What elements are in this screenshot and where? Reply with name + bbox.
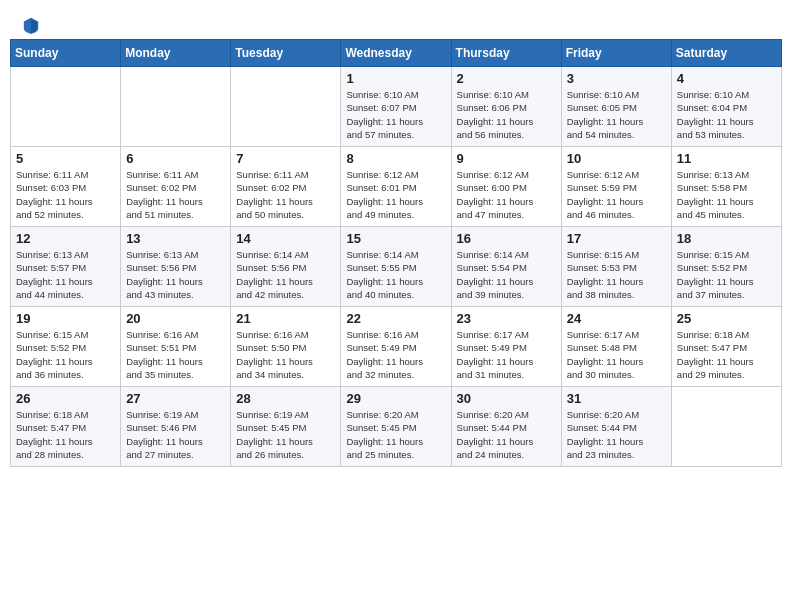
calendar-cell: 15Sunrise: 6:14 AM Sunset: 5:55 PM Dayli…	[341, 227, 451, 307]
day-info: Sunrise: 6:12 AM Sunset: 6:00 PM Dayligh…	[457, 168, 556, 221]
calendar-cell: 19Sunrise: 6:15 AM Sunset: 5:52 PM Dayli…	[11, 307, 121, 387]
day-info: Sunrise: 6:10 AM Sunset: 6:04 PM Dayligh…	[677, 88, 776, 141]
day-number: 31	[567, 391, 666, 406]
day-info: Sunrise: 6:15 AM Sunset: 5:52 PM Dayligh…	[677, 248, 776, 301]
calendar-cell: 17Sunrise: 6:15 AM Sunset: 5:53 PM Dayli…	[561, 227, 671, 307]
calendar-cell: 23Sunrise: 6:17 AM Sunset: 5:49 PM Dayli…	[451, 307, 561, 387]
day-info: Sunrise: 6:13 AM Sunset: 5:58 PM Dayligh…	[677, 168, 776, 221]
calendar-table: SundayMondayTuesdayWednesdayThursdayFrid…	[10, 39, 782, 467]
logo	[20, 18, 40, 34]
day-info: Sunrise: 6:19 AM Sunset: 5:46 PM Dayligh…	[126, 408, 225, 461]
day-number: 15	[346, 231, 445, 246]
calendar-cell	[11, 67, 121, 147]
day-number: 12	[16, 231, 115, 246]
dow-header-saturday: Saturday	[671, 40, 781, 67]
day-info: Sunrise: 6:17 AM Sunset: 5:49 PM Dayligh…	[457, 328, 556, 381]
day-number: 18	[677, 231, 776, 246]
calendar-cell: 22Sunrise: 6:16 AM Sunset: 5:49 PM Dayli…	[341, 307, 451, 387]
day-number: 24	[567, 311, 666, 326]
calendar-cell: 31Sunrise: 6:20 AM Sunset: 5:44 PM Dayli…	[561, 387, 671, 467]
calendar-cell: 18Sunrise: 6:15 AM Sunset: 5:52 PM Dayli…	[671, 227, 781, 307]
day-info: Sunrise: 6:20 AM Sunset: 5:45 PM Dayligh…	[346, 408, 445, 461]
calendar-cell: 12Sunrise: 6:13 AM Sunset: 5:57 PM Dayli…	[11, 227, 121, 307]
logo-icon	[22, 16, 40, 34]
calendar-cell: 27Sunrise: 6:19 AM Sunset: 5:46 PM Dayli…	[121, 387, 231, 467]
day-number: 16	[457, 231, 556, 246]
calendar-cell	[121, 67, 231, 147]
day-info: Sunrise: 6:17 AM Sunset: 5:48 PM Dayligh…	[567, 328, 666, 381]
day-info: Sunrise: 6:10 AM Sunset: 6:06 PM Dayligh…	[457, 88, 556, 141]
dow-header-sunday: Sunday	[11, 40, 121, 67]
day-number: 22	[346, 311, 445, 326]
day-info: Sunrise: 6:14 AM Sunset: 5:54 PM Dayligh…	[457, 248, 556, 301]
calendar-cell: 13Sunrise: 6:13 AM Sunset: 5:56 PM Dayli…	[121, 227, 231, 307]
day-number: 21	[236, 311, 335, 326]
day-number: 29	[346, 391, 445, 406]
day-number: 9	[457, 151, 556, 166]
calendar-cell: 21Sunrise: 6:16 AM Sunset: 5:50 PM Dayli…	[231, 307, 341, 387]
calendar-cell: 14Sunrise: 6:14 AM Sunset: 5:56 PM Dayli…	[231, 227, 341, 307]
day-number: 13	[126, 231, 225, 246]
dow-header-thursday: Thursday	[451, 40, 561, 67]
day-number: 6	[126, 151, 225, 166]
day-info: Sunrise: 6:11 AM Sunset: 6:03 PM Dayligh…	[16, 168, 115, 221]
day-info: Sunrise: 6:13 AM Sunset: 5:56 PM Dayligh…	[126, 248, 225, 301]
calendar-cell: 7Sunrise: 6:11 AM Sunset: 6:02 PM Daylig…	[231, 147, 341, 227]
day-info: Sunrise: 6:12 AM Sunset: 6:01 PM Dayligh…	[346, 168, 445, 221]
calendar-cell: 6Sunrise: 6:11 AM Sunset: 6:02 PM Daylig…	[121, 147, 231, 227]
calendar-cell: 28Sunrise: 6:19 AM Sunset: 5:45 PM Dayli…	[231, 387, 341, 467]
calendar-cell: 4Sunrise: 6:10 AM Sunset: 6:04 PM Daylig…	[671, 67, 781, 147]
day-info: Sunrise: 6:18 AM Sunset: 5:47 PM Dayligh…	[16, 408, 115, 461]
dow-header-friday: Friday	[561, 40, 671, 67]
page-header	[10, 10, 782, 39]
day-info: Sunrise: 6:16 AM Sunset: 5:49 PM Dayligh…	[346, 328, 445, 381]
calendar-cell	[231, 67, 341, 147]
day-info: Sunrise: 6:11 AM Sunset: 6:02 PM Dayligh…	[236, 168, 335, 221]
day-number: 4	[677, 71, 776, 86]
day-info: Sunrise: 6:13 AM Sunset: 5:57 PM Dayligh…	[16, 248, 115, 301]
day-number: 14	[236, 231, 335, 246]
calendar-cell: 8Sunrise: 6:12 AM Sunset: 6:01 PM Daylig…	[341, 147, 451, 227]
calendar-cell: 3Sunrise: 6:10 AM Sunset: 6:05 PM Daylig…	[561, 67, 671, 147]
day-number: 10	[567, 151, 666, 166]
day-info: Sunrise: 6:16 AM Sunset: 5:51 PM Dayligh…	[126, 328, 225, 381]
day-number: 19	[16, 311, 115, 326]
calendar-cell: 20Sunrise: 6:16 AM Sunset: 5:51 PM Dayli…	[121, 307, 231, 387]
calendar-cell: 25Sunrise: 6:18 AM Sunset: 5:47 PM Dayli…	[671, 307, 781, 387]
day-info: Sunrise: 6:20 AM Sunset: 5:44 PM Dayligh…	[457, 408, 556, 461]
calendar-cell: 24Sunrise: 6:17 AM Sunset: 5:48 PM Dayli…	[561, 307, 671, 387]
day-info: Sunrise: 6:18 AM Sunset: 5:47 PM Dayligh…	[677, 328, 776, 381]
calendar-cell: 16Sunrise: 6:14 AM Sunset: 5:54 PM Dayli…	[451, 227, 561, 307]
calendar-cell: 9Sunrise: 6:12 AM Sunset: 6:00 PM Daylig…	[451, 147, 561, 227]
day-info: Sunrise: 6:10 AM Sunset: 6:05 PM Dayligh…	[567, 88, 666, 141]
calendar-cell: 5Sunrise: 6:11 AM Sunset: 6:03 PM Daylig…	[11, 147, 121, 227]
day-number: 23	[457, 311, 556, 326]
calendar-cell: 11Sunrise: 6:13 AM Sunset: 5:58 PM Dayli…	[671, 147, 781, 227]
day-number: 26	[16, 391, 115, 406]
day-number: 25	[677, 311, 776, 326]
day-info: Sunrise: 6:20 AM Sunset: 5:44 PM Dayligh…	[567, 408, 666, 461]
day-number: 7	[236, 151, 335, 166]
day-number: 28	[236, 391, 335, 406]
day-info: Sunrise: 6:14 AM Sunset: 5:56 PM Dayligh…	[236, 248, 335, 301]
day-number: 17	[567, 231, 666, 246]
calendar-cell: 26Sunrise: 6:18 AM Sunset: 5:47 PM Dayli…	[11, 387, 121, 467]
calendar-cell	[671, 387, 781, 467]
day-number: 8	[346, 151, 445, 166]
day-number: 20	[126, 311, 225, 326]
day-info: Sunrise: 6:10 AM Sunset: 6:07 PM Dayligh…	[346, 88, 445, 141]
day-info: Sunrise: 6:19 AM Sunset: 5:45 PM Dayligh…	[236, 408, 335, 461]
day-number: 30	[457, 391, 556, 406]
day-info: Sunrise: 6:16 AM Sunset: 5:50 PM Dayligh…	[236, 328, 335, 381]
calendar-cell: 29Sunrise: 6:20 AM Sunset: 5:45 PM Dayli…	[341, 387, 451, 467]
day-number: 2	[457, 71, 556, 86]
day-info: Sunrise: 6:15 AM Sunset: 5:53 PM Dayligh…	[567, 248, 666, 301]
day-info: Sunrise: 6:11 AM Sunset: 6:02 PM Dayligh…	[126, 168, 225, 221]
day-number: 5	[16, 151, 115, 166]
day-number: 3	[567, 71, 666, 86]
day-number: 11	[677, 151, 776, 166]
dow-header-monday: Monday	[121, 40, 231, 67]
day-number: 27	[126, 391, 225, 406]
dow-header-tuesday: Tuesday	[231, 40, 341, 67]
calendar-cell: 1Sunrise: 6:10 AM Sunset: 6:07 PM Daylig…	[341, 67, 451, 147]
